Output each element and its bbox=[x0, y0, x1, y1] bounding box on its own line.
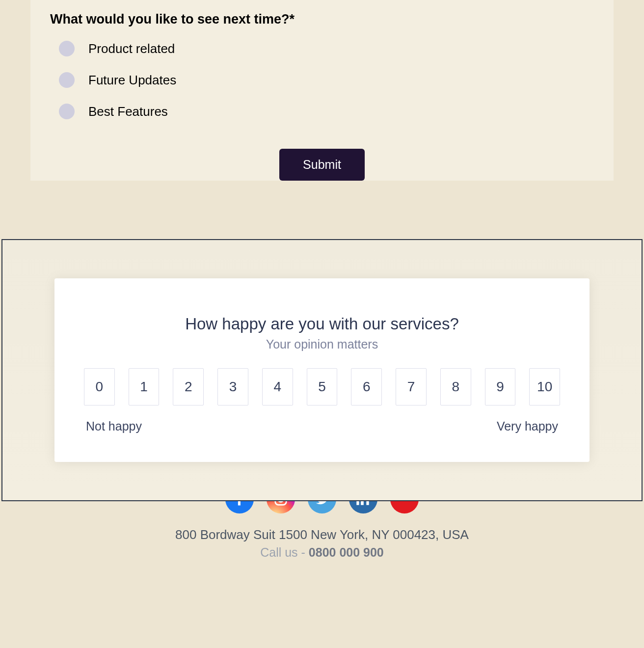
nps-card: How happy are you with our services? You… bbox=[54, 278, 590, 462]
nps-option-4[interactable]: 4 bbox=[262, 368, 293, 405]
question-label: What would you like to see next time?* bbox=[50, 12, 594, 27]
nps-scale: 0 1 2 3 4 5 6 7 8 9 10 bbox=[84, 368, 560, 405]
radio-circle-icon bbox=[59, 72, 75, 88]
radio-circle-icon bbox=[59, 41, 75, 56]
nps-option-9[interactable]: 9 bbox=[485, 368, 516, 405]
nps-low-label: Not happy bbox=[86, 419, 142, 433]
nps-option-7[interactable]: 7 bbox=[396, 368, 427, 405]
nps-option-1[interactable]: 1 bbox=[129, 368, 160, 405]
nps-option-2[interactable]: 2 bbox=[173, 368, 204, 405]
nps-high-label: Very happy bbox=[497, 419, 558, 433]
call-prefix: Call us - bbox=[260, 545, 309, 559]
radio-circle-icon bbox=[59, 104, 75, 119]
submit-button[interactable]: Submit bbox=[279, 149, 365, 181]
nps-option-5[interactable]: 5 bbox=[307, 368, 338, 405]
radio-option-label: Best Features bbox=[88, 104, 168, 119]
nps-section: How happy are you with our services? You… bbox=[1, 239, 643, 501]
nps-subtitle: Your opinion matters bbox=[84, 337, 560, 351]
nps-option-10[interactable]: 10 bbox=[529, 368, 560, 405]
radio-option-label: Product related bbox=[88, 41, 175, 56]
radio-option-label: Future Updates bbox=[88, 73, 176, 88]
call-number: 0800 000 900 bbox=[309, 545, 384, 559]
nps-option-0[interactable]: 0 bbox=[84, 368, 115, 405]
nps-option-6[interactable]: 6 bbox=[351, 368, 382, 405]
radio-option-best-features[interactable]: Best Features bbox=[50, 104, 594, 119]
radio-option-product-related[interactable]: Product related bbox=[50, 41, 594, 56]
radio-option-future-updates[interactable]: Future Updates bbox=[50, 72, 594, 88]
footer-call-line: Call us - 0800 000 900 bbox=[0, 545, 644, 560]
footer-address: 800 Bordway Suit 1500 New York, NY 00042… bbox=[0, 527, 644, 542]
nps-option-8[interactable]: 8 bbox=[440, 368, 471, 405]
nps-title: How happy are you with our services? bbox=[84, 315, 560, 333]
nps-option-3[interactable]: 3 bbox=[217, 368, 248, 405]
